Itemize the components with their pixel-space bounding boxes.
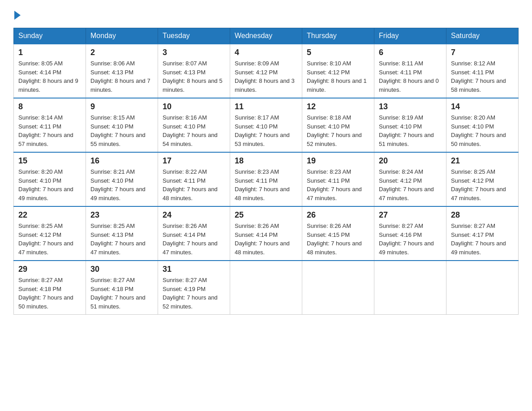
- weekday-header-wednesday: Wednesday: [230, 28, 302, 44]
- logo: [13, 9, 21, 19]
- day-cell-15: 15Sunrise: 8:20 AMSunset: 4:10 PMDayligh…: [14, 152, 86, 206]
- day-detail: Sunrise: 8:24 AMSunset: 4:12 PMDaylight:…: [379, 167, 442, 202]
- day-detail: Sunrise: 8:06 AMSunset: 4:13 PMDaylight:…: [90, 59, 153, 94]
- empty-cell: [230, 261, 302, 315]
- day-detail: Sunrise: 8:22 AMSunset: 4:11 PMDaylight:…: [163, 167, 225, 202]
- day-cell-2: 2Sunrise: 8:06 AMSunset: 4:13 PMDaylight…: [86, 44, 158, 98]
- day-cell-30: 30Sunrise: 8:27 AMSunset: 4:18 PMDayligh…: [86, 261, 158, 315]
- day-cell-3: 3Sunrise: 8:07 AMSunset: 4:13 PMDaylight…: [158, 44, 230, 98]
- day-detail: Sunrise: 8:25 AMSunset: 4:12 PMDaylight:…: [18, 222, 81, 257]
- day-cell-16: 16Sunrise: 8:21 AMSunset: 4:10 PMDayligh…: [86, 152, 158, 206]
- day-cell-29: 29Sunrise: 8:27 AMSunset: 4:18 PMDayligh…: [14, 261, 86, 315]
- day-number: 3: [163, 48, 225, 57]
- day-number: 26: [307, 210, 369, 220]
- day-number: 31: [163, 265, 225, 274]
- weekday-header-monday: Monday: [86, 28, 158, 44]
- day-cell-1: 1Sunrise: 8:05 AMSunset: 4:14 PMDaylight…: [14, 44, 86, 98]
- day-cell-12: 12Sunrise: 8:18 AMSunset: 4:10 PMDayligh…: [302, 98, 374, 152]
- day-detail: Sunrise: 8:17 AMSunset: 4:10 PMDaylight:…: [235, 113, 297, 148]
- day-number: 29: [18, 265, 81, 274]
- day-cell-27: 27Sunrise: 8:27 AMSunset: 4:16 PMDayligh…: [374, 206, 446, 261]
- day-cell-19: 19Sunrise: 8:23 AMSunset: 4:11 PMDayligh…: [302, 152, 374, 206]
- day-number: 14: [451, 102, 514, 111]
- day-cell-28: 28Sunrise: 8:27 AMSunset: 4:17 PMDayligh…: [446, 206, 519, 261]
- day-detail: Sunrise: 8:20 AMSunset: 4:10 PMDaylight:…: [18, 167, 81, 202]
- day-cell-20: 20Sunrise: 8:24 AMSunset: 4:12 PMDayligh…: [374, 152, 446, 206]
- day-detail: Sunrise: 8:11 AMSunset: 4:11 PMDaylight:…: [379, 59, 442, 94]
- weekday-header-sunday: Sunday: [14, 28, 86, 44]
- day-cell-7: 7Sunrise: 8:12 AMSunset: 4:11 PMDaylight…: [446, 44, 519, 98]
- day-number: 21: [451, 156, 514, 166]
- day-cell-24: 24Sunrise: 8:26 AMSunset: 4:14 PMDayligh…: [158, 206, 230, 261]
- day-number: 13: [379, 102, 442, 111]
- day-number: 12: [307, 102, 369, 111]
- weekday-header-friday: Friday: [374, 28, 446, 44]
- day-cell-5: 5Sunrise: 8:10 AMSunset: 4:12 PMDaylight…: [302, 44, 374, 98]
- empty-cell: [446, 261, 519, 315]
- day-cell-10: 10Sunrise: 8:16 AMSunset: 4:10 PMDayligh…: [158, 98, 230, 152]
- day-detail: Sunrise: 8:14 AMSunset: 4:11 PMDaylight:…: [18, 113, 81, 148]
- day-number: 5: [307, 48, 369, 57]
- weekday-header-saturday: Saturday: [446, 28, 519, 44]
- day-cell-21: 21Sunrise: 8:25 AMSunset: 4:12 PMDayligh…: [446, 152, 519, 206]
- day-cell-23: 23Sunrise: 8:25 AMSunset: 4:13 PMDayligh…: [86, 206, 158, 261]
- day-number: 10: [163, 102, 225, 111]
- day-cell-9: 9Sunrise: 8:15 AMSunset: 4:10 PMDaylight…: [86, 98, 158, 152]
- page-header: [13, 9, 519, 19]
- day-detail: Sunrise: 8:20 AMSunset: 4:10 PMDaylight:…: [451, 113, 514, 148]
- day-detail: Sunrise: 8:26 AMSunset: 4:14 PMDaylight:…: [163, 222, 225, 257]
- day-cell-26: 26Sunrise: 8:26 AMSunset: 4:15 PMDayligh…: [302, 206, 374, 261]
- day-number: 22: [18, 210, 81, 220]
- day-number: 2: [90, 48, 153, 57]
- day-number: 19: [307, 156, 369, 166]
- day-cell-13: 13Sunrise: 8:19 AMSunset: 4:10 PMDayligh…: [374, 98, 446, 152]
- day-number: 17: [163, 156, 225, 166]
- day-detail: Sunrise: 8:27 AMSunset: 4:18 PMDaylight:…: [18, 276, 81, 311]
- empty-cell: [374, 261, 446, 315]
- weekday-header-thursday: Thursday: [302, 28, 374, 44]
- day-cell-6: 6Sunrise: 8:11 AMSunset: 4:11 PMDaylight…: [374, 44, 446, 98]
- day-number: 11: [235, 102, 297, 111]
- day-cell-8: 8Sunrise: 8:14 AMSunset: 4:11 PMDaylight…: [14, 98, 86, 152]
- day-number: 28: [451, 210, 514, 220]
- day-detail: Sunrise: 8:19 AMSunset: 4:10 PMDaylight:…: [379, 113, 442, 148]
- day-detail: Sunrise: 8:16 AMSunset: 4:10 PMDaylight:…: [163, 113, 225, 148]
- weekday-header-row: SundayMondayTuesdayWednesdayThursdayFrid…: [14, 28, 519, 44]
- day-number: 7: [451, 48, 514, 57]
- day-detail: Sunrise: 8:23 AMSunset: 4:11 PMDaylight:…: [307, 167, 369, 202]
- day-number: 25: [235, 210, 297, 220]
- day-cell-14: 14Sunrise: 8:20 AMSunset: 4:10 PMDayligh…: [446, 98, 519, 152]
- day-detail: Sunrise: 8:26 AMSunset: 4:15 PMDaylight:…: [307, 222, 369, 257]
- week-row-3: 15Sunrise: 8:20 AMSunset: 4:10 PMDayligh…: [14, 152, 519, 206]
- day-number: 24: [163, 210, 225, 220]
- day-number: 30: [90, 265, 153, 274]
- day-cell-4: 4Sunrise: 8:09 AMSunset: 4:12 PMDaylight…: [230, 44, 302, 98]
- day-detail: Sunrise: 8:25 AMSunset: 4:12 PMDaylight:…: [451, 167, 514, 202]
- day-number: 9: [90, 102, 153, 111]
- day-detail: Sunrise: 8:27 AMSunset: 4:16 PMDaylight:…: [379, 222, 442, 257]
- day-cell-18: 18Sunrise: 8:23 AMSunset: 4:11 PMDayligh…: [230, 152, 302, 206]
- calendar-table: SundayMondayTuesdayWednesdayThursdayFrid…: [13, 28, 519, 315]
- logo-arrow-icon: [14, 11, 21, 20]
- day-cell-17: 17Sunrise: 8:22 AMSunset: 4:11 PMDayligh…: [158, 152, 230, 206]
- day-number: 15: [18, 156, 81, 166]
- day-number: 20: [379, 156, 442, 166]
- day-detail: Sunrise: 8:25 AMSunset: 4:13 PMDaylight:…: [90, 222, 153, 257]
- day-detail: Sunrise: 8:10 AMSunset: 4:12 PMDaylight:…: [307, 59, 369, 94]
- day-detail: Sunrise: 8:12 AMSunset: 4:11 PMDaylight:…: [451, 59, 514, 94]
- day-number: 27: [379, 210, 442, 220]
- day-detail: Sunrise: 8:23 AMSunset: 4:11 PMDaylight:…: [235, 167, 297, 202]
- day-detail: Sunrise: 8:09 AMSunset: 4:12 PMDaylight:…: [235, 59, 297, 94]
- weekday-header-tuesday: Tuesday: [158, 28, 230, 44]
- week-row-1: 1Sunrise: 8:05 AMSunset: 4:14 PMDaylight…: [14, 44, 519, 98]
- day-cell-22: 22Sunrise: 8:25 AMSunset: 4:12 PMDayligh…: [14, 206, 86, 261]
- day-cell-11: 11Sunrise: 8:17 AMSunset: 4:10 PMDayligh…: [230, 98, 302, 152]
- day-cell-31: 31Sunrise: 8:27 AMSunset: 4:19 PMDayligh…: [158, 261, 230, 315]
- week-row-4: 22Sunrise: 8:25 AMSunset: 4:12 PMDayligh…: [14, 206, 519, 261]
- day-number: 23: [90, 210, 153, 220]
- day-number: 6: [379, 48, 442, 57]
- day-detail: Sunrise: 8:05 AMSunset: 4:14 PMDaylight:…: [18, 59, 81, 94]
- day-number: 4: [235, 48, 297, 57]
- day-detail: Sunrise: 8:26 AMSunset: 4:14 PMDaylight:…: [235, 222, 297, 257]
- day-detail: Sunrise: 8:27 AMSunset: 4:18 PMDaylight:…: [90, 276, 153, 311]
